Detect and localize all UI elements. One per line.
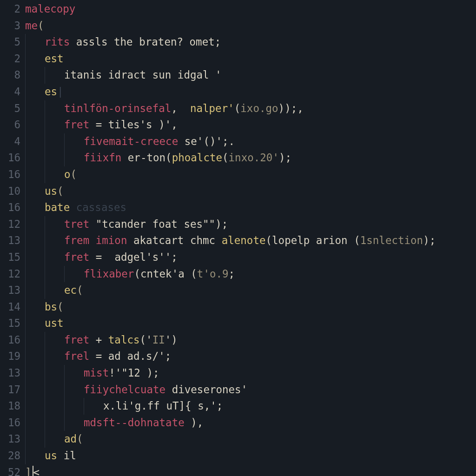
code-line[interactable]: fret = adgel's''; bbox=[25, 249, 476, 266]
token: 1snlection bbox=[360, 234, 423, 246]
token: ; bbox=[229, 268, 235, 280]
token: ust bbox=[45, 317, 64, 329]
code-line[interactable]: us( bbox=[25, 183, 476, 200]
token: diveserones' bbox=[172, 383, 248, 396]
token: ), bbox=[191, 416, 203, 429]
line-number: 2 bbox=[0, 1, 20, 18]
token: ixo.go bbox=[240, 102, 278, 114]
token: cntek'a bbox=[140, 268, 191, 280]
token: imion bbox=[96, 234, 133, 246]
code-line[interactable]: ust bbox=[25, 315, 476, 332]
code-line[interactable]: frel = ad ad.s/'; bbox=[25, 348, 476, 365]
token: fiiychelcuate bbox=[84, 383, 172, 396]
code-line[interactable]: bs( bbox=[25, 299, 476, 316]
code-line[interactable]: frem imion akatcart chmc alenote(lopelp … bbox=[25, 232, 476, 249]
code-line[interactable]: malecopy bbox=[25, 1, 476, 18]
line-number: 5 bbox=[0, 34, 20, 51]
code-line[interactable]: ]< bbox=[25, 464, 476, 476]
token: , bbox=[171, 102, 190, 114]
token: ( bbox=[266, 234, 272, 246]
line-number: 19 bbox=[0, 348, 20, 365]
token: tret bbox=[64, 218, 96, 230]
code-line[interactable]: flixaber(cntek'a (t'o.9; bbox=[25, 266, 476, 283]
token: ( bbox=[191, 268, 197, 280]
token: !'"12 ); bbox=[109, 367, 159, 379]
code-line[interactable]: rits assls the braten? omet; bbox=[25, 34, 476, 51]
token: es bbox=[45, 86, 57, 98]
token: tiles's )' bbox=[108, 119, 171, 131]
code-line[interactable]: es| bbox=[25, 84, 476, 100]
token: us bbox=[45, 185, 57, 197]
line-number: 28 bbox=[0, 448, 20, 464]
token: frem bbox=[64, 234, 96, 246]
code-line[interactable]: bate cassases bbox=[25, 199, 476, 216]
line-number: 18 bbox=[0, 398, 20, 415]
token: lopelp arion bbox=[272, 234, 354, 246]
token: (' bbox=[140, 334, 152, 346]
code-line[interactable]: ad( bbox=[25, 431, 476, 448]
token: ( bbox=[354, 234, 360, 246]
line-number: 10 bbox=[0, 183, 20, 200]
token: + bbox=[96, 334, 108, 346]
code-line[interactable]: fiixfn er-ton(phoalcte(inxo.20'); bbox=[25, 150, 476, 166]
line-number: 12 bbox=[0, 216, 20, 233]
code-line[interactable]: est bbox=[25, 51, 476, 67]
token: er-ton( bbox=[121, 152, 172, 164]
code-line[interactable]: mist!'"12 ); bbox=[25, 365, 476, 382]
token: assls the braten? omet bbox=[76, 36, 215, 48]
code-line[interactable]: ec( bbox=[25, 282, 476, 299]
code-line[interactable]: fivemait-creece se'()';. bbox=[25, 133, 476, 150]
token: | bbox=[57, 86, 64, 98]
code-line[interactable]: o( bbox=[25, 166, 476, 183]
code-line[interactable]: me( bbox=[25, 18, 476, 34]
token: phoalcte bbox=[172, 152, 222, 164]
token: = bbox=[96, 119, 108, 131]
token: alenote bbox=[222, 234, 266, 246]
line-number: 17 bbox=[0, 382, 20, 398]
token: tinlfön-orinsefal bbox=[64, 102, 171, 114]
token: t'o.9 bbox=[197, 268, 229, 280]
line-number: 16 bbox=[0, 199, 20, 216]
code-line[interactable]: fret + talcs('II') bbox=[25, 332, 476, 349]
code-line[interactable]: tinlfön-orinsefal, nalper'(ixo.go));, bbox=[25, 100, 476, 117]
line-number: 13 bbox=[0, 232, 20, 249]
code-line[interactable]: mdsft--dohnatate ), bbox=[25, 415, 476, 431]
token: il bbox=[64, 450, 76, 462]
token: ); bbox=[423, 234, 436, 246]
token: ( bbox=[77, 284, 83, 296]
token: bate bbox=[45, 201, 76, 213]
code-line[interactable]: fiiychelcuate diveserones' bbox=[25, 382, 476, 398]
line-number-gutter: 2352845641616101612131512131415161913171… bbox=[0, 1, 25, 476]
code-line[interactable]: fret = tiles's )', bbox=[25, 117, 476, 133]
token: x.li'g.ff uT]{ s,' bbox=[103, 400, 217, 412]
token: "tcander foat ses"" bbox=[96, 218, 215, 230]
token: ); bbox=[215, 218, 228, 230]
line-number: 13 bbox=[0, 365, 20, 382]
token: ));, bbox=[278, 102, 304, 114]
code-editor[interactable]: 2352845641616101612131512131415161913171… bbox=[0, 0, 476, 476]
code-line[interactable]: itanis idract sun idgal ' bbox=[25, 67, 476, 84]
line-number: 14 bbox=[0, 299, 20, 316]
token: o bbox=[64, 168, 71, 180]
token: cassases bbox=[76, 201, 126, 213]
token: fret bbox=[64, 119, 96, 131]
token: , bbox=[171, 119, 178, 131]
token: = bbox=[96, 350, 108, 362]
line-number: 4 bbox=[0, 133, 20, 150]
code-line[interactable]: x.li'g.ff uT]{ s,'; bbox=[25, 398, 476, 415]
code-line[interactable]: tret "tcander foat ses""); bbox=[25, 216, 476, 233]
code-area[interactable]: malecopyme(rits assls the braten? omet;e… bbox=[25, 1, 476, 476]
line-number: 13 bbox=[0, 431, 20, 448]
token: se'()';. bbox=[178, 135, 235, 147]
token: us bbox=[45, 450, 64, 462]
line-number: 16 bbox=[0, 415, 20, 431]
line-number: 4 bbox=[0, 84, 20, 100]
token: itanis idract sun idgal ' bbox=[64, 69, 222, 81]
token: ( bbox=[38, 20, 44, 32]
code-line[interactable]: us il bbox=[25, 448, 476, 464]
token: ; bbox=[171, 251, 178, 263]
token: me bbox=[25, 20, 38, 32]
line-number: 12 bbox=[0, 266, 20, 283]
token: ec bbox=[64, 284, 77, 296]
token: bs bbox=[45, 301, 57, 313]
